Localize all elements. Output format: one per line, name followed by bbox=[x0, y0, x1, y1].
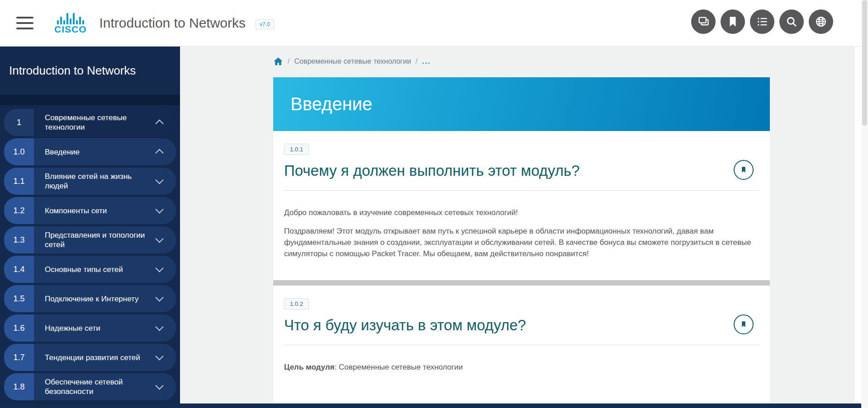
sidebar-item-label: Влияние сетей на жизнь людей bbox=[34, 168, 176, 195]
cisco-logo-bars bbox=[57, 12, 84, 24]
cisco-logo: CISCO bbox=[54, 12, 87, 34]
sidebar-divider-strip bbox=[0, 95, 180, 105]
sidebar-item-label: Основные типы сетей bbox=[34, 256, 176, 283]
hamburger-menu-icon[interactable] bbox=[16, 17, 33, 29]
module-goal-label: Цель модуля bbox=[284, 363, 335, 371]
sidebar-item-label: Подключение к Интернету bbox=[34, 285, 176, 312]
bookmark-icon[interactable] bbox=[721, 9, 745, 34]
version-badge: v7.0 bbox=[256, 19, 274, 29]
sidebar-item-number: 1.2 bbox=[4, 197, 34, 224]
content-area: / Современные сетевые технологии / ... В… bbox=[180, 47, 861, 408]
globe-icon[interactable] bbox=[809, 9, 833, 34]
sidebar-item-number: 1.6 bbox=[4, 314, 34, 342]
sidebar-item-number: 1.4 bbox=[4, 256, 34, 283]
section-banner: Введение bbox=[273, 77, 770, 131]
paragraph: Добро пожаловать в изучение современных … bbox=[284, 207, 759, 218]
topic-section-1-0-2: 1.0.2 Что я буду изучать в этом модуле? … bbox=[273, 286, 770, 373]
sidebar-item-number: 1.8 bbox=[4, 373, 34, 400]
course-sidebar: Introduction to Networks 1 Современные с… bbox=[0, 47, 180, 408]
header-icon-bar bbox=[691, 9, 833, 34]
app-header: CISCO Introduction to Networks v7.0 bbox=[0, 0, 868, 47]
breadcrumb-separator: / bbox=[288, 57, 289, 66]
sidebar-item-1-6[interactable]: 1.6 Надежные сети bbox=[4, 314, 176, 342]
sidebar-item-label: Современные сетевые технологии bbox=[34, 109, 176, 136]
topic-body: Добро пожаловать в изучение современных … bbox=[284, 191, 759, 259]
sidebar-item-1-4[interactable]: 1.4 Основные типы сетей bbox=[4, 256, 176, 283]
course-title: Introduction to Networks bbox=[100, 15, 246, 31]
module-goal-text: : Современные сетевые технологии bbox=[335, 363, 463, 371]
sidebar-item-1-7[interactable]: 1.7 Тенденции развития сетей bbox=[4, 344, 176, 371]
topic-heading: Почему я должен выполнить этот модуль? bbox=[284, 162, 700, 179]
page-scrollbar[interactable] bbox=[861, 0, 868, 408]
module-nav-list: 1 Современные сетевые технологии 1.0 Вве… bbox=[0, 105, 180, 400]
scrollbar-thumb[interactable] bbox=[862, 0, 867, 126]
sidebar-item-1-3[interactable]: 1.3 Представления и топологии сетей bbox=[4, 226, 176, 253]
breadcrumb-ellipsis-link[interactable]: ... bbox=[422, 57, 431, 66]
search-icon[interactable] bbox=[779, 9, 804, 34]
paragraph: Поздравляем! Этот модуль открывает вам п… bbox=[284, 225, 759, 259]
topic-section-1-0-1: 1.0.1 Почему я должен выполнить этот мод… bbox=[273, 131, 770, 259]
sidebar-item-label: Представления и топологии сетей bbox=[34, 226, 176, 253]
section-divider-bar bbox=[273, 280, 770, 286]
sidebar-item-number: 1.5 bbox=[4, 285, 34, 312]
module-goal: Цель модуля: Современные сетевые техноло… bbox=[284, 361, 759, 373]
topic-heading: Что я буду изучать в этом модуле? bbox=[284, 317, 700, 334]
sidebar-header: Introduction to Networks bbox=[0, 47, 180, 95]
topic-number-badge: 1.0.1 bbox=[284, 144, 309, 155]
sidebar-item-label: Надежные сети bbox=[34, 314, 176, 342]
sidebar-item-label: Компоненты сети bbox=[34, 197, 176, 224]
sidebar-item-label: Тенденции развития сетей bbox=[34, 344, 176, 371]
sidebar-item-number: 1.3 bbox=[4, 226, 34, 253]
sidebar-item-1-5[interactable]: 1.5 Подключение к Интернету bbox=[4, 285, 176, 312]
sidebar-item-1-1[interactable]: 1.1 Влияние сетей на жизнь людей bbox=[4, 168, 176, 195]
sidebar-item-number: 1.7 bbox=[4, 344, 34, 371]
sidebar-item-1-0[interactable]: 1.0 Введение bbox=[4, 138, 176, 165]
sidebar-course-title: Introduction to Networks bbox=[9, 64, 136, 78]
sidebar-item-module-1[interactable]: 1 Современные сетевые технологии bbox=[4, 109, 176, 136]
sidebar-item-number: 1 bbox=[4, 109, 34, 136]
banner-title: Введение bbox=[273, 94, 372, 114]
topic-number-badge: 1.0.2 bbox=[284, 298, 309, 310]
next-section-edge-bar bbox=[0, 403, 861, 408]
home-icon[interactable] bbox=[273, 56, 283, 66]
sidebar-item-1-8[interactable]: 1.8 Обеспечение сетевой безопасности bbox=[4, 373, 176, 400]
sidebar-item-1-2[interactable]: 1.2 Компоненты сети bbox=[4, 197, 176, 224]
sidebar-item-number: 1.1 bbox=[4, 168, 34, 195]
breadcrumb: / Современные сетевые технологии / ... bbox=[273, 56, 431, 66]
content-gutter bbox=[855, 47, 861, 408]
breadcrumb-separator: / bbox=[416, 57, 417, 66]
bookmark-topic-button[interactable] bbox=[734, 160, 754, 180]
breadcrumb-module-link[interactable]: Современные сетевые технологии bbox=[294, 57, 411, 66]
lesson-card: Введение 1.0.1 Почему я должен выполнить… bbox=[273, 77, 770, 403]
cisco-wordmark: CISCO bbox=[54, 24, 87, 34]
sidebar-item-label: Введение bbox=[34, 138, 176, 165]
sidebar-item-label: Обеспечение сетевой безопасности bbox=[34, 373, 176, 400]
sidebar-item-number: 1.0 bbox=[4, 138, 34, 165]
pages-icon[interactable] bbox=[691, 9, 716, 34]
topic-body: Цель модуля: Современные сетевые техноло… bbox=[284, 345, 759, 373]
list-icon[interactable] bbox=[750, 9, 774, 34]
bookmark-topic-button[interactable] bbox=[734, 314, 754, 334]
